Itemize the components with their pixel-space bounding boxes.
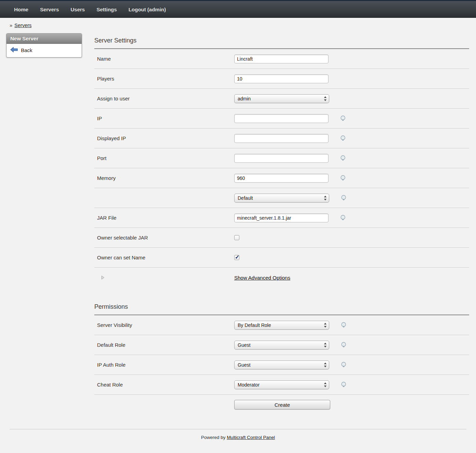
- help-bulb-icon[interactable]: [340, 195, 347, 201]
- select-stepper-icon: [324, 96, 327, 101]
- form-row-jar-file: JAR File: [94, 208, 469, 228]
- form-row-memory: Memory: [94, 168, 469, 188]
- nav-item-users[interactable]: Users: [65, 7, 91, 12]
- default-select[interactable]: Default: [234, 194, 329, 203]
- assign-to-user-select[interactable]: admin: [234, 94, 329, 103]
- help-bulb-icon[interactable]: [340, 135, 346, 142]
- ip-auth-role-select[interactable]: Guest: [234, 360, 329, 369]
- sidebar: New Server Back: [6, 33, 82, 58]
- displayed-ip-label: Displayed IP: [94, 135, 234, 141]
- breadcrumb-marker: »: [10, 23, 12, 28]
- form-row-server-visibility: Server Visibility By Default Role: [94, 315, 469, 335]
- default-role-label: Default Role: [94, 342, 234, 348]
- top-navigation: Home Servers Users Settings Logout (admi…: [0, 0, 476, 18]
- help-bulb-icon[interactable]: [340, 155, 346, 162]
- form-row-default-select: Default: [94, 188, 469, 208]
- select-stepper-icon: [324, 323, 327, 328]
- server-settings-heading: Server Settings: [94, 37, 469, 49]
- form-row-players: Players: [94, 69, 469, 89]
- default-role-selected-value: Guest: [238, 342, 250, 348]
- jar-file-input[interactable]: [234, 213, 329, 222]
- select-stepper-icon: [324, 382, 327, 387]
- cheat-role-selected-value: Moderator: [238, 382, 260, 388]
- form-row-create: Create: [94, 395, 469, 415]
- form-row-assign-to-user: Assign to user admin: [94, 89, 469, 109]
- help-bulb-icon[interactable]: [340, 362, 347, 368]
- ip-auth-role-label: IP Auth Role: [94, 362, 234, 368]
- cheat-role-select[interactable]: Moderator: [234, 380, 329, 389]
- form-row-owner-selectable-jar: Owner selectable JAR: [94, 228, 469, 248]
- assign-to-user-selected-value: admin: [238, 96, 251, 101]
- owner-can-set-name-checkbox[interactable]: [234, 255, 239, 260]
- cheat-role-label: Cheat Role: [94, 382, 234, 388]
- nav-item-home[interactable]: Home: [8, 7, 34, 12]
- breadcrumb: »Servers: [0, 18, 476, 32]
- help-bulb-icon[interactable]: [340, 322, 347, 329]
- server-visibility-selected-value: By Default Role: [238, 322, 271, 328]
- form-row-displayed-ip: Displayed IP: [94, 128, 469, 148]
- back-arrow-icon: [10, 47, 18, 53]
- form-row-cheat-role: Cheat Role Moderator: [94, 375, 469, 395]
- main-content: Server Settings Name Players Assign to u…: [94, 37, 469, 415]
- owner-selectable-jar-label: Owner selectable JAR: [94, 235, 234, 241]
- help-bulb-icon[interactable]: [340, 175, 346, 182]
- breadcrumb-link-servers[interactable]: Servers: [14, 23, 32, 28]
- port-input[interactable]: [234, 154, 329, 163]
- default-select-selected-value: Default: [238, 195, 253, 201]
- footer: Powered by Multicraft Control Panel: [0, 429, 476, 451]
- help-bulb-icon[interactable]: [340, 381, 347, 388]
- form-row-default-role: Default Role Guest: [94, 335, 469, 355]
- memory-input[interactable]: [234, 174, 329, 183]
- ip-auth-role-selected-value: Guest: [238, 362, 250, 368]
- form-row-owner-can-set-name: Owner can set Name: [94, 248, 469, 268]
- form-row-name: Name: [94, 49, 469, 69]
- sidebar-title: New Server: [7, 34, 82, 44]
- form-row-ip: IP: [94, 109, 469, 128]
- form-row-advanced-options: Show Advanced Options: [94, 268, 469, 287]
- nav-item-logout[interactable]: Logout (admin): [123, 7, 172, 12]
- players-input[interactable]: [234, 74, 329, 83]
- name-input[interactable]: [234, 54, 329, 63]
- show-advanced-options-link[interactable]: Show Advanced Options: [234, 275, 290, 281]
- footer-powered-by-text: Powered by: [201, 435, 225, 440]
- help-bulb-icon[interactable]: [340, 342, 347, 348]
- port-label: Port: [94, 155, 234, 161]
- server-visibility-label: Server Visibility: [94, 322, 234, 328]
- disclosure-triangle-icon[interactable]: [101, 276, 105, 280]
- players-label: Players: [94, 76, 234, 82]
- nav-item-servers[interactable]: Servers: [34, 7, 65, 12]
- form-row-ip-auth-role: IP Auth Role Guest: [94, 355, 469, 375]
- name-label: Name: [94, 56, 234, 62]
- nav-item-settings[interactable]: Settings: [91, 7, 122, 12]
- ip-input[interactable]: [234, 114, 329, 123]
- jar-file-label: JAR File: [94, 215, 234, 221]
- help-bulb-icon[interactable]: [340, 115, 346, 122]
- back-button[interactable]: Back: [7, 44, 82, 57]
- help-bulb-icon[interactable]: [340, 215, 346, 221]
- assign-to-user-label: Assign to user: [94, 96, 234, 101]
- form-row-port: Port: [94, 148, 469, 168]
- ip-label: IP: [94, 115, 234, 121]
- select-stepper-icon: [324, 196, 327, 200]
- memory-label: Memory: [94, 175, 234, 181]
- default-role-select[interactable]: Guest: [234, 341, 329, 350]
- permissions-heading: Permissions: [94, 303, 469, 315]
- multicraft-control-panel-link[interactable]: Multicraft Control Panel: [227, 435, 275, 440]
- owner-selectable-jar-checkbox[interactable]: [234, 235, 239, 240]
- select-stepper-icon: [324, 363, 327, 367]
- select-stepper-icon: [324, 343, 327, 347]
- back-label: Back: [21, 47, 32, 53]
- displayed-ip-input[interactable]: [234, 134, 329, 143]
- create-button[interactable]: Create: [234, 400, 330, 409]
- owner-can-set-name-label: Owner can set Name: [94, 255, 234, 260]
- server-visibility-select[interactable]: By Default Role: [234, 321, 329, 330]
